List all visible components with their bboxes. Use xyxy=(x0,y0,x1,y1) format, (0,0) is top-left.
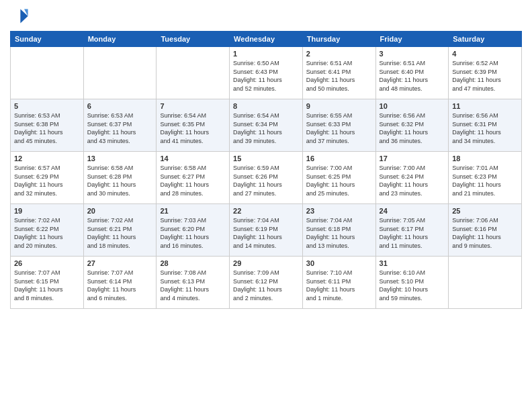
day-info: Sunrise: 6:56 AM Sunset: 6:32 PM Dayligh… xyxy=(380,111,445,145)
day-number: 2 xyxy=(306,50,372,58)
calendar-cell: 19Sunrise: 7:02 AM Sunset: 6:22 PM Dayli… xyxy=(11,204,84,257)
day-info: Sunrise: 6:56 AM Sunset: 6:31 PM Dayligh… xyxy=(452,111,518,145)
day-number: 21 xyxy=(160,207,226,215)
day-number: 8 xyxy=(233,102,299,110)
calendar-cell: 12Sunrise: 6:57 AM Sunset: 6:29 PM Dayli… xyxy=(11,152,84,204)
calendar-cell: 24Sunrise: 7:05 AM Sunset: 6:17 PM Dayli… xyxy=(375,204,449,257)
day-info: Sunrise: 7:03 AM Sunset: 6:20 PM Dayligh… xyxy=(160,216,226,250)
day-number: 10 xyxy=(380,102,445,110)
day-info: Sunrise: 7:02 AM Sunset: 6:22 PM Dayligh… xyxy=(14,216,80,250)
day-info: Sunrise: 7:08 AM Sunset: 6:13 PM Dayligh… xyxy=(160,269,226,302)
calendar-cell: 31Sunrise: 6:10 AM Sunset: 5:10 PM Dayli… xyxy=(375,257,449,309)
calendar-cell: 5Sunrise: 6:53 AM Sunset: 6:38 PM Daylig… xyxy=(11,99,84,152)
day-number: 16 xyxy=(306,154,372,163)
calendar: SundayMondayTuesdayWednesdayThursdayFrid… xyxy=(10,31,522,309)
calendar-cell: 4Sunrise: 6:52 AM Sunset: 6:39 PM Daylig… xyxy=(449,47,522,99)
day-info: Sunrise: 7:04 AM Sunset: 6:18 PM Dayligh… xyxy=(306,216,372,250)
calendar-cell: 3Sunrise: 6:51 AM Sunset: 6:40 PM Daylig… xyxy=(375,47,449,99)
calendar-cell xyxy=(157,47,230,99)
day-info: Sunrise: 6:58 AM Sunset: 6:27 PM Dayligh… xyxy=(160,164,226,197)
calendar-cell: 22Sunrise: 7:04 AM Sunset: 6:19 PM Dayli… xyxy=(230,204,303,257)
day-info: Sunrise: 7:09 AM Sunset: 6:12 PM Dayligh… xyxy=(233,269,299,302)
calendar-cell: 11Sunrise: 6:56 AM Sunset: 6:31 PM Dayli… xyxy=(449,99,522,152)
day-number: 11 xyxy=(452,102,518,110)
day-info: Sunrise: 6:55 AM Sunset: 6:33 PM Dayligh… xyxy=(306,111,372,145)
day-number: 28 xyxy=(160,259,226,267)
day-number: 15 xyxy=(233,154,299,163)
calendar-cell: 17Sunrise: 7:00 AM Sunset: 6:24 PM Dayli… xyxy=(375,152,449,204)
day-number: 17 xyxy=(380,154,445,163)
day-number: 18 xyxy=(452,154,518,163)
calendar-cell: 15Sunrise: 6:59 AM Sunset: 6:26 PM Dayli… xyxy=(230,152,303,204)
calendar-cell: 13Sunrise: 6:58 AM Sunset: 6:28 PM Dayli… xyxy=(83,152,157,204)
calendar-week: 26Sunrise: 7:07 AM Sunset: 6:15 PM Dayli… xyxy=(11,257,522,309)
header-day: Thursday xyxy=(302,32,375,47)
day-number: 24 xyxy=(380,207,445,215)
day-number: 26 xyxy=(14,259,80,267)
day-info: Sunrise: 7:01 AM Sunset: 6:23 PM Dayligh… xyxy=(452,164,518,197)
day-info: Sunrise: 7:05 AM Sunset: 6:17 PM Dayligh… xyxy=(380,216,445,250)
header-day: Sunday xyxy=(11,32,84,47)
day-info: Sunrise: 7:02 AM Sunset: 6:21 PM Dayligh… xyxy=(87,216,153,250)
day-number: 30 xyxy=(306,259,372,267)
day-number: 27 xyxy=(87,259,153,267)
calendar-cell: 16Sunrise: 7:00 AM Sunset: 6:25 PM Dayli… xyxy=(302,152,375,204)
calendar-cell: 8Sunrise: 6:54 AM Sunset: 6:34 PM Daylig… xyxy=(230,99,303,152)
calendar-cell: 28Sunrise: 7:08 AM Sunset: 6:13 PM Dayli… xyxy=(157,257,230,309)
day-number: 29 xyxy=(233,259,299,267)
calendar-cell: 14Sunrise: 6:58 AM Sunset: 6:27 PM Dayli… xyxy=(157,152,230,204)
day-number: 20 xyxy=(87,207,153,215)
page: SundayMondayTuesdayWednesdayThursdayFrid… xyxy=(0,0,532,411)
calendar-cell: 30Sunrise: 7:10 AM Sunset: 6:11 PM Dayli… xyxy=(302,257,375,309)
day-info: Sunrise: 6:57 AM Sunset: 6:29 PM Dayligh… xyxy=(14,164,80,197)
day-info: Sunrise: 7:00 AM Sunset: 6:24 PM Dayligh… xyxy=(380,164,445,197)
day-info: Sunrise: 6:10 AM Sunset: 5:10 PM Dayligh… xyxy=(380,269,445,302)
calendar-week: 19Sunrise: 7:02 AM Sunset: 6:22 PM Dayli… xyxy=(11,204,522,257)
day-info: Sunrise: 6:50 AM Sunset: 6:43 PM Dayligh… xyxy=(233,59,299,93)
day-number: 5 xyxy=(14,102,80,110)
day-info: Sunrise: 7:07 AM Sunset: 6:14 PM Dayligh… xyxy=(87,269,153,302)
calendar-cell xyxy=(83,47,157,99)
day-info: Sunrise: 6:54 AM Sunset: 6:34 PM Dayligh… xyxy=(233,111,299,145)
day-number: 1 xyxy=(233,50,299,58)
calendar-week: 1Sunrise: 6:50 AM Sunset: 6:43 PM Daylig… xyxy=(11,47,522,99)
day-info: Sunrise: 6:59 AM Sunset: 6:26 PM Dayligh… xyxy=(233,164,299,197)
header-day: Friday xyxy=(375,32,449,47)
day-info: Sunrise: 6:53 AM Sunset: 6:37 PM Dayligh… xyxy=(87,111,153,145)
calendar-cell: 26Sunrise: 7:07 AM Sunset: 6:15 PM Dayli… xyxy=(11,257,84,309)
day-number: 23 xyxy=(306,207,372,215)
day-info: Sunrise: 7:10 AM Sunset: 6:11 PM Dayligh… xyxy=(306,269,372,302)
calendar-cell: 7Sunrise: 6:54 AM Sunset: 6:35 PM Daylig… xyxy=(157,99,230,152)
calendar-week: 5Sunrise: 6:53 AM Sunset: 6:38 PM Daylig… xyxy=(11,99,522,152)
calendar-cell: 18Sunrise: 7:01 AM Sunset: 6:23 PM Dayli… xyxy=(449,152,522,204)
day-number: 31 xyxy=(380,259,445,267)
header-row: SundayMondayTuesdayWednesdayThursdayFrid… xyxy=(11,32,522,47)
logo-icon xyxy=(10,7,29,26)
day-info: Sunrise: 6:58 AM Sunset: 6:28 PM Dayligh… xyxy=(87,164,153,197)
calendar-cell: 27Sunrise: 7:07 AM Sunset: 6:14 PM Dayli… xyxy=(83,257,157,309)
calendar-cell: 21Sunrise: 7:03 AM Sunset: 6:20 PM Dayli… xyxy=(157,204,230,257)
day-number: 13 xyxy=(87,154,153,163)
day-number: 12 xyxy=(14,154,80,163)
day-info: Sunrise: 6:52 AM Sunset: 6:39 PM Dayligh… xyxy=(452,59,518,93)
logo xyxy=(10,7,31,26)
day-info: Sunrise: 7:04 AM Sunset: 6:19 PM Dayligh… xyxy=(233,216,299,250)
calendar-cell: 6Sunrise: 6:53 AM Sunset: 6:37 PM Daylig… xyxy=(83,99,157,152)
calendar-cell: 1Sunrise: 6:50 AM Sunset: 6:43 PM Daylig… xyxy=(230,47,303,99)
calendar-cell xyxy=(449,257,522,309)
calendar-cell: 23Sunrise: 7:04 AM Sunset: 6:18 PM Dayli… xyxy=(302,204,375,257)
header-day: Wednesday xyxy=(230,32,303,47)
calendar-week: 12Sunrise: 6:57 AM Sunset: 6:29 PM Dayli… xyxy=(11,152,522,204)
day-info: Sunrise: 6:53 AM Sunset: 6:38 PM Dayligh… xyxy=(14,111,80,145)
day-info: Sunrise: 7:00 AM Sunset: 6:25 PM Dayligh… xyxy=(306,164,372,197)
day-info: Sunrise: 7:07 AM Sunset: 6:15 PM Dayligh… xyxy=(14,269,80,302)
day-number: 14 xyxy=(160,154,226,163)
header xyxy=(10,7,522,26)
day-number: 22 xyxy=(233,207,299,215)
calendar-cell: 29Sunrise: 7:09 AM Sunset: 6:12 PM Dayli… xyxy=(230,257,303,309)
calendar-cell xyxy=(11,47,84,99)
day-info: Sunrise: 6:51 AM Sunset: 6:41 PM Dayligh… xyxy=(306,59,372,93)
day-info: Sunrise: 6:54 AM Sunset: 6:35 PM Dayligh… xyxy=(160,111,226,145)
day-info: Sunrise: 7:06 AM Sunset: 6:16 PM Dayligh… xyxy=(452,216,518,250)
day-number: 7 xyxy=(160,102,226,110)
